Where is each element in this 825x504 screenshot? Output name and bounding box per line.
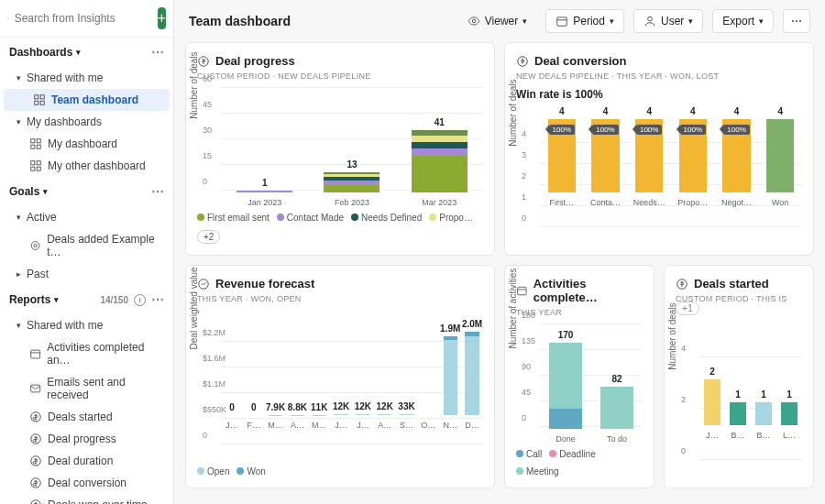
period-dropdown[interactable]: Period▾ [545, 9, 624, 33]
svg-rect-4 [35, 101, 38, 104]
bar[interactable]: 4Won [758, 106, 802, 207]
chart-deal-conversion: 01234Number of deals4100%First…4100%Cont… [516, 106, 802, 244]
goals-menu[interactable]: ⋯ [151, 184, 164, 199]
bar[interactable]: 4100%Propo… [671, 106, 715, 207]
report-deals-won[interactable]: Deals won over time [0, 494, 173, 504]
bar[interactable]: 1L… [776, 389, 802, 440]
user-dropdown[interactable]: User▾ [633, 9, 703, 33]
more-filters[interactable]: +1 [676, 301, 699, 315]
bar[interactable]: 11KM… [308, 402, 330, 431]
shared-with-me[interactable]: ▾Shared with me [0, 67, 173, 89]
svg-rect-18 [31, 385, 40, 392]
bar[interactable]: 41Mar 2023 [396, 117, 483, 207]
export-button[interactable]: Export▾ [712, 9, 774, 33]
report-deal-progress[interactable]: Deal progress [0, 428, 173, 450]
bar[interactable]: 8.8KA… [286, 402, 308, 430]
bar[interactable]: 1.9MN… [439, 323, 461, 430]
reports-shared[interactable]: ▾Shared with me [0, 314, 173, 336]
svg-point-14 [31, 242, 39, 250]
legend-item[interactable]: Contact Made [277, 213, 344, 223]
my-dashboards-group[interactable]: ▾My dashboards [0, 111, 173, 133]
svg-rect-2 [35, 95, 38, 99]
legend-more[interactable]: +2 [197, 230, 220, 244]
team-dashboard-item[interactable]: Team dashboard [4, 89, 170, 111]
svg-rect-9 [37, 145, 40, 148]
report-activities[interactable]: Activities completed an… [0, 336, 173, 371]
report-deals-started[interactable]: Deals started [0, 406, 173, 428]
svg-point-0 [7, 17, 8, 18]
forecast-icon [197, 278, 210, 290]
card-deal-progress: Deal progress CUSTOM PERIOD · NEW DEALS … [185, 42, 495, 256]
legend-item[interactable]: Propo… [429, 213, 473, 223]
report-emails[interactable]: Emails sent and received [0, 371, 173, 406]
legend-item[interactable]: First email sent [197, 213, 270, 223]
bar[interactable]: 4100%Needs… [627, 106, 671, 207]
target-icon [29, 239, 41, 252]
grid-icon [33, 93, 46, 106]
dollar-icon [29, 477, 42, 489]
bar[interactable]: 0J… [221, 402, 243, 430]
bar[interactable]: 82To do [591, 374, 643, 444]
legend-item[interactable]: Deadline [549, 449, 595, 459]
report-deal-duration[interactable]: Deal duration [0, 450, 173, 472]
svg-point-15 [34, 244, 37, 247]
dollar-icon [676, 278, 688, 290]
svg-rect-8 [31, 145, 35, 148]
bar[interactable]: 2J… [699, 367, 725, 440]
chart-deal-progress: 015304560Number of deals1Jan 202313Feb 2… [197, 88, 483, 207]
win-rate: Win rate is 100% [516, 88, 802, 101]
bar[interactable]: 0F… [243, 402, 265, 430]
card-deal-conversion: Deal conversion NEW DEALS PIPELINE · THI… [504, 42, 814, 256]
legend-item[interactable]: Open [197, 466, 229, 477]
bar[interactable]: 12KJ… [352, 401, 374, 430]
search-input[interactable] [15, 12, 152, 25]
legend-item[interactable]: Won [236, 466, 265, 477]
mail-icon [29, 382, 41, 395]
calendar-icon [516, 284, 528, 297]
bar[interactable]: 1B… [725, 389, 751, 440]
legend-item[interactable]: Meeting [516, 466, 559, 477]
dollar-icon [29, 411, 42, 423]
bar[interactable]: 1B… [751, 389, 776, 440]
bar[interactable]: 12KJ… [330, 401, 352, 430]
bar[interactable]: 4100%Conta… [584, 106, 628, 207]
svg-rect-13 [37, 167, 40, 170]
bar[interactable]: 1Jan 2023 [221, 178, 308, 207]
bar[interactable]: 2.0MD… [461, 319, 483, 430]
eye-icon [468, 15, 480, 27]
report-deal-conversion[interactable]: Deal conversion [0, 472, 173, 494]
bar[interactable]: 170Done [540, 330, 591, 444]
bar[interactable]: O… [417, 412, 439, 430]
svg-rect-25 [557, 17, 567, 26]
svg-rect-16 [31, 350, 40, 358]
active-goals[interactable]: ▾Active [0, 206, 173, 228]
bar[interactable]: 13Feb 2023 [308, 159, 395, 207]
add-button[interactable]: + [158, 7, 166, 29]
bar[interactable]: 4100%First… [540, 106, 584, 207]
legend-item[interactable]: Call [516, 449, 542, 459]
deals-added-goal[interactable]: Deals added Example t… [0, 228, 173, 263]
chevron-down-icon: ▾ [76, 48, 81, 57]
bar[interactable]: 33KS… [396, 401, 418, 431]
info-icon[interactable]: i [134, 294, 146, 306]
svg-rect-5 [40, 101, 44, 104]
bar[interactable]: 12KA… [374, 401, 396, 430]
viewer-dropdown[interactable]: Viewer▾ [458, 10, 536, 32]
my-other-dashboard-item[interactable]: My other dashboard [0, 155, 173, 177]
legend-item[interactable]: Needs Defined [351, 213, 422, 223]
bar[interactable]: 4100%Negot… [715, 106, 759, 207]
chart-deals-started: 024Number of deals2J…1B…1B…1L… [676, 321, 802, 477]
past-goals[interactable]: ▸Past [0, 263, 173, 285]
dashboards-menu[interactable]: ⋯ [151, 45, 164, 60]
reports-menu[interactable]: ⋯ [151, 292, 164, 307]
reports-header[interactable]: Reports ▾ 14/150 i ⋯ [0, 285, 173, 314]
my-dashboard-item[interactable]: My dashboard [0, 133, 173, 155]
more-button[interactable]: ⋯ [783, 9, 810, 33]
dashboards-header[interactable]: Dashboards ▾ ⋯ [0, 38, 173, 67]
dollar-icon [197, 55, 210, 68]
grid-icon [29, 159, 42, 172]
goals-header[interactable]: Goals ▾ ⋯ [0, 177, 173, 206]
bar[interactable]: 7.9KM… [265, 402, 287, 430]
card-activities: Activities complete… THIS YEAR 045901351… [504, 265, 654, 488]
topbar: Team dashboard Viewer▾ Period▾ User▾ Exp… [174, 0, 825, 42]
